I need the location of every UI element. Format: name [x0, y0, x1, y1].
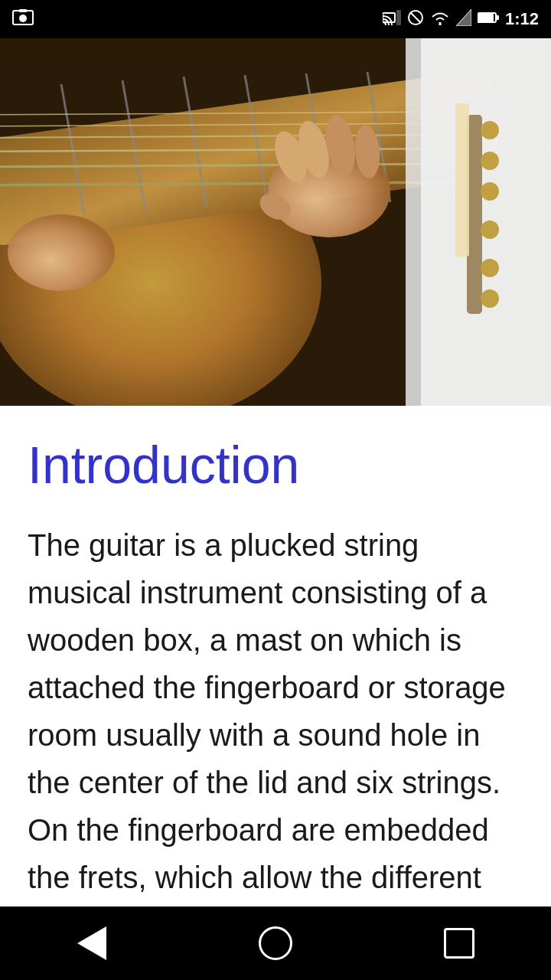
nav-bar — [0, 906, 551, 980]
back-button[interactable] — [61, 913, 122, 974]
recent-button[interactable] — [429, 913, 490, 974]
status-bar-left — [12, 8, 34, 31]
cast-icon — [383, 10, 401, 29]
svg-point-38 — [481, 121, 499, 139]
svg-line-6 — [410, 12, 421, 23]
home-button[interactable] — [245, 913, 306, 974]
intro-body: The guitar is a plucked string musical i… — [28, 521, 523, 949]
svg-point-43 — [481, 289, 499, 308]
wifi-icon — [430, 10, 450, 28]
svg-point-39 — [481, 152, 499, 170]
blocked-icon — [407, 9, 424, 29]
guitar-hero-image — [0, 38, 551, 406]
photo-icon — [12, 8, 34, 31]
content-area: Introduction The guitar is a plucked str… — [0, 406, 551, 979]
status-bar: 1:12 — [0, 0, 551, 38]
svg-rect-2 — [19, 9, 27, 12]
back-icon — [77, 926, 106, 960]
signal-icon — [456, 9, 471, 29]
intro-title: Introduction — [28, 436, 523, 494]
home-icon — [259, 926, 292, 960]
svg-point-1 — [19, 15, 27, 22]
svg-rect-11 — [496, 15, 499, 20]
battery-icon — [478, 11, 499, 27]
svg-rect-44 — [455, 103, 469, 256]
svg-rect-4 — [396, 10, 401, 25]
status-time: 1:12 — [505, 9, 539, 29]
svg-point-42 — [481, 259, 499, 277]
svg-point-41 — [481, 220, 499, 239]
svg-point-40 — [481, 182, 499, 201]
svg-point-36 — [8, 214, 115, 291]
status-bar-right: 1:12 — [383, 9, 539, 29]
svg-rect-10 — [478, 14, 494, 21]
recent-icon — [444, 928, 474, 959]
